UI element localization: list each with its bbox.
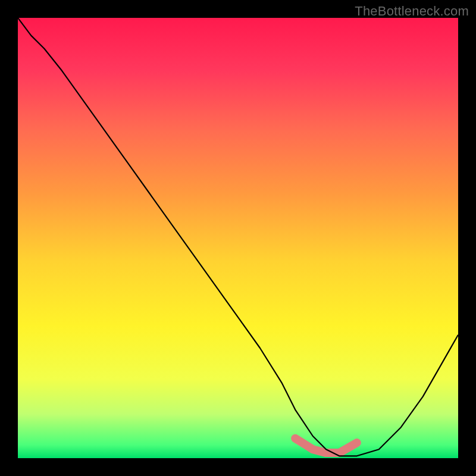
gradient-background — [18, 18, 458, 458]
chart-svg — [18, 18, 458, 458]
chart-container: TheBottleneck.com — [0, 0, 476, 476]
plot-area — [18, 18, 458, 458]
watermark-text: TheBottleneck.com — [355, 4, 469, 19]
